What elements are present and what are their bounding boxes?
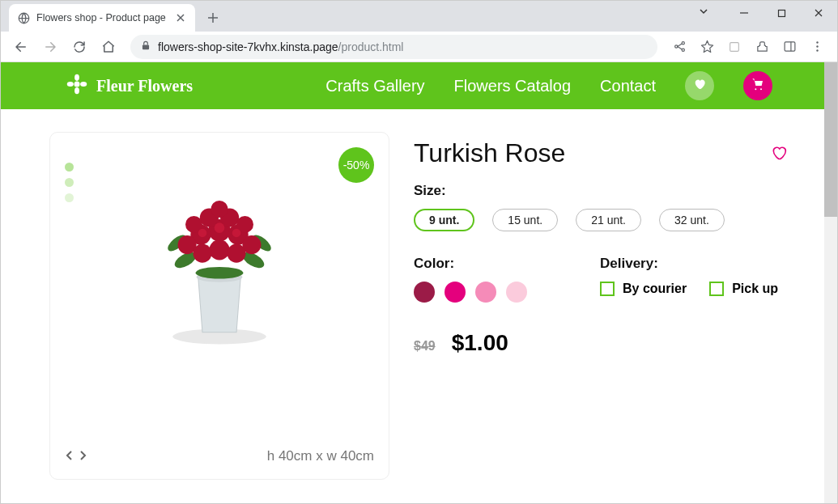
svg-point-5	[682, 49, 684, 51]
svg-point-11	[816, 49, 818, 51]
url-text: flowers-shop-site-7kvhx.kinsta.page/prod…	[158, 40, 403, 53]
svg-point-16	[80, 82, 87, 87]
color-swatch-3[interactable]	[475, 282, 496, 303]
globe-icon	[17, 11, 30, 24]
lock-icon	[140, 40, 151, 53]
gallery-dot-4[interactable]	[65, 193, 74, 202]
svg-point-10	[816, 45, 818, 47]
gallery-dot-2[interactable]	[65, 163, 74, 172]
heart-icon	[693, 78, 706, 94]
menu-icon[interactable]	[805, 35, 829, 59]
flower-logo-icon	[66, 73, 88, 99]
old-price: $49	[414, 339, 436, 354]
nav-crafts[interactable]: Crafts Gallery	[325, 77, 424, 95]
reload-button[interactable]	[67, 35, 91, 59]
size-option-21[interactable]: 21 unt.	[576, 209, 641, 231]
close-icon[interactable]	[174, 11, 187, 24]
address-bar[interactable]: flowers-shop-site-7kvhx.kinsta.page/prod…	[130, 35, 657, 59]
size-options: 9 unt. 15 unt. 21 unt. 32 unt.	[414, 209, 789, 231]
nav-catalog[interactable]: Flowers Catalog	[454, 77, 572, 95]
favorites-button[interactable]	[685, 71, 714, 100]
svg-point-39	[232, 229, 241, 238]
extensions-icon[interactable]	[750, 35, 774, 59]
svg-point-13	[74, 74, 79, 81]
cart-button[interactable]	[743, 71, 772, 100]
gallery-arrows	[65, 450, 87, 464]
delivery-pickup-label: Pick up	[732, 282, 778, 296]
price-row: $49 $1.00	[414, 330, 789, 356]
svg-point-9	[816, 41, 818, 43]
minimize-button[interactable]	[725, 1, 763, 25]
extension-icon-1[interactable]	[722, 35, 747, 59]
bookmark-icon[interactable]	[695, 35, 719, 59]
browser-toolbar: flowers-shop-site-7kvhx.kinsta.page/prod…	[1, 32, 837, 62]
color-swatches	[414, 282, 527, 303]
brand-name: Fleur Flowers	[96, 77, 193, 95]
svg-rect-6	[730, 42, 739, 51]
maximize-button[interactable]	[763, 1, 800, 25]
close-window-button[interactable]	[800, 1, 837, 25]
browser-window: Flowers shop - Product page flowers-shop…	[0, 0, 838, 504]
tab-title: Flowers shop - Product page	[36, 12, 166, 23]
back-button[interactable]	[9, 35, 33, 59]
site-header: Fleur Flowers Crafts Gallery Flowers Cat…	[1, 62, 837, 109]
current-price: $1.00	[452, 330, 508, 356]
delivery-label: Delivery:	[600, 256, 778, 272]
svg-point-3	[674, 45, 677, 48]
svg-point-15	[67, 82, 74, 87]
svg-point-4	[682, 42, 684, 44]
product-details: Turkish Rose Size: 9 unt. 15 unt. 21 unt…	[414, 132, 789, 480]
gallery-next-icon[interactable]	[78, 450, 87, 464]
svg-point-12	[74, 82, 80, 87]
browser-tab[interactable]: Flowers shop - Product page	[9, 4, 195, 32]
color-swatch-2[interactable]	[445, 282, 466, 303]
delivery-options: By courier Pick up	[600, 282, 778, 296]
size-option-32[interactable]: 32 unt.	[659, 209, 725, 231]
delivery-option-courier[interactable]: By courier	[600, 282, 687, 296]
svg-point-35	[227, 244, 245, 263]
gallery-prev-icon[interactable]	[65, 450, 74, 464]
main-nav: Crafts Gallery Flowers Catalog Contact	[325, 71, 772, 100]
add-to-favorites-button[interactable]	[771, 145, 789, 163]
product-image	[65, 147, 374, 390]
home-button[interactable]	[96, 35, 121, 59]
svg-rect-1	[778, 10, 785, 16]
vertical-scrollbar[interactable]	[824, 62, 837, 503]
color-label: Color:	[414, 256, 527, 272]
page-viewport: Fleur Flowers Crafts Gallery Flowers Cat…	[1, 62, 837, 503]
svg-point-38	[198, 229, 207, 238]
color-swatch-1[interactable]	[414, 282, 435, 303]
size-label: Size:	[414, 183, 789, 199]
tab-strip: Flowers shop - Product page	[1, 1, 837, 32]
gallery-indicator-dots	[65, 147, 74, 202]
side-panel-icon[interactable]	[777, 35, 802, 59]
svg-point-34	[193, 244, 211, 263]
forward-button[interactable]	[38, 35, 62, 59]
delivery-option-pickup[interactable]: Pick up	[709, 282, 778, 296]
size-option-15[interactable]: 15 unt.	[492, 209, 558, 231]
checkbox-icon	[709, 282, 724, 296]
gallery-dot-1[interactable]	[65, 147, 74, 156]
chevron-down-icon[interactable]	[698, 6, 709, 20]
svg-point-33	[209, 239, 229, 260]
svg-rect-2	[143, 44, 149, 49]
gallery-dot-3[interactable]	[65, 178, 74, 187]
nav-contact[interactable]: Contact	[600, 77, 656, 95]
product-dimensions: h 40cm x w 40cm	[267, 448, 374, 464]
svg-rect-7	[785, 42, 795, 51]
new-tab-button[interactable]	[202, 6, 224, 29]
delivery-courier-label: By courier	[623, 282, 687, 296]
size-option-9[interactable]: 9 unt.	[414, 209, 474, 231]
site-logo[interactable]: Fleur Flowers	[66, 73, 193, 99]
product-title: Turkish Rose	[414, 138, 565, 168]
svg-point-14	[74, 87, 79, 94]
svg-point-37	[215, 222, 225, 233]
color-swatch-4[interactable]	[506, 282, 527, 303]
cart-icon	[751, 78, 764, 94]
product-gallery: -50%	[49, 132, 389, 480]
share-icon[interactable]	[667, 35, 691, 59]
discount-badge: -50%	[338, 147, 374, 183]
svg-point-23	[196, 267, 244, 279]
checkbox-icon	[600, 282, 615, 296]
product-content: -50%	[1, 109, 837, 502]
